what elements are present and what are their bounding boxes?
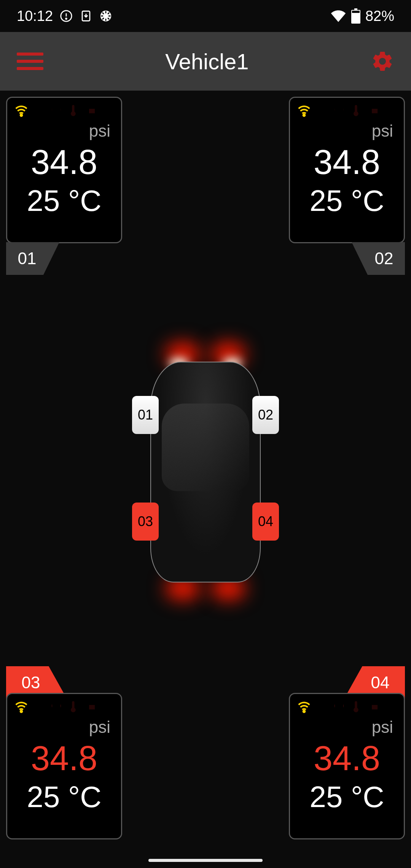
temperature-value: 25 °C <box>310 183 384 218</box>
svg-rect-46 <box>379 706 380 708</box>
svg-rect-31 <box>369 109 371 113</box>
tire-marker-02[interactable]: 02 <box>252 396 279 434</box>
svg-rect-23 <box>86 109 88 113</box>
status-time: 10:12 <box>17 8 53 24</box>
tire-card-02[interactable]: psi 34.8 25 °C <box>289 97 405 243</box>
menu-icon[interactable] <box>17 53 43 70</box>
tire-card-01-status-icons <box>7 103 121 118</box>
battery-low-icon <box>367 103 381 118</box>
target-icon <box>314 103 329 118</box>
target-icon <box>314 699 329 714</box>
battery-low-icon <box>84 699 99 714</box>
signal-icon <box>297 699 311 714</box>
svg-point-32 <box>21 710 22 712</box>
tire-card-03-status-icons <box>7 699 121 714</box>
signal-icon <box>14 103 29 118</box>
app-bar: Vehicle1 <box>0 32 411 91</box>
tire-card-01[interactable]: psi 34.8 25 °C <box>6 97 122 243</box>
thermometer-icon <box>67 699 81 714</box>
car-window-icon <box>162 404 249 491</box>
svg-point-16 <box>21 114 22 116</box>
tpms-warning-icon <box>332 699 346 714</box>
battery-low-icon <box>84 103 99 118</box>
loading-icon <box>99 10 112 22</box>
pressure-unit: psi <box>372 121 393 140</box>
target-icon <box>32 699 46 714</box>
svg-rect-47 <box>369 705 371 709</box>
tpms-warning-icon <box>49 699 64 714</box>
pressure-unit: psi <box>89 718 110 737</box>
thermometer-icon <box>349 699 364 714</box>
alert-circle-icon <box>60 10 73 22</box>
svg-point-20 <box>56 112 57 113</box>
svg-point-42 <box>320 705 323 708</box>
gesture-bar <box>148 859 263 862</box>
svg-rect-38 <box>96 706 97 708</box>
pressure-value: 34.8 <box>314 739 380 778</box>
svg-point-34 <box>37 705 41 708</box>
svg-rect-22 <box>96 110 97 112</box>
tpms-warning-icon <box>332 103 346 118</box>
tire-card-04[interactable]: psi 34.8 25 °C <box>289 693 405 839</box>
pressure-unit: psi <box>372 718 393 737</box>
target-icon <box>32 103 46 118</box>
page-title: Vehicle1 <box>165 49 249 74</box>
svg-point-40 <box>303 710 305 712</box>
svg-point-24 <box>303 114 305 116</box>
vehicle-diagram: 01 02 03 04 <box>0 312 411 617</box>
battery-low-icon <box>367 699 381 714</box>
tire-marker-03[interactable]: 03 <box>132 503 159 541</box>
tire-marker-04[interactable]: 04 <box>252 503 279 541</box>
download-icon <box>80 10 92 22</box>
svg-point-36 <box>56 708 57 709</box>
status-bar: 10:12 82% <box>0 0 411 32</box>
pressure-value: 34.8 <box>31 739 97 778</box>
signal-icon <box>14 699 29 714</box>
svg-rect-30 <box>379 110 380 112</box>
tire-card-04-status-icons <box>290 699 404 714</box>
svg-point-18 <box>37 108 41 112</box>
tpms-warning-icon <box>49 103 64 118</box>
settings-icon[interactable] <box>371 49 394 73</box>
temperature-value: 25 °C <box>27 183 102 218</box>
tire-label-01: 01 <box>6 242 59 275</box>
temperature-value: 25 °C <box>27 780 102 814</box>
pressure-value: 34.8 <box>31 143 97 182</box>
tire-marker-01[interactable]: 01 <box>132 396 159 434</box>
battery-icon <box>350 8 362 24</box>
svg-point-2 <box>66 18 67 19</box>
status-battery: 82% <box>365 8 394 24</box>
svg-rect-39 <box>86 705 88 709</box>
tire-card-03[interactable]: psi 34.8 25 °C <box>6 693 122 839</box>
svg-rect-15 <box>352 11 360 13</box>
thermometer-icon <box>67 103 81 118</box>
pressure-value: 34.8 <box>314 143 380 182</box>
thermometer-icon <box>349 103 364 118</box>
svg-point-44 <box>338 708 339 709</box>
tire-label-02: 02 <box>352 242 405 275</box>
signal-icon <box>297 103 311 118</box>
svg-point-26 <box>320 108 323 112</box>
pressure-unit: psi <box>89 121 110 140</box>
temperature-value: 25 °C <box>310 780 384 814</box>
wifi-icon <box>330 8 346 24</box>
tire-card-02-status-icons <box>290 103 404 118</box>
svg-point-28 <box>338 112 339 113</box>
svg-rect-14 <box>354 8 357 10</box>
